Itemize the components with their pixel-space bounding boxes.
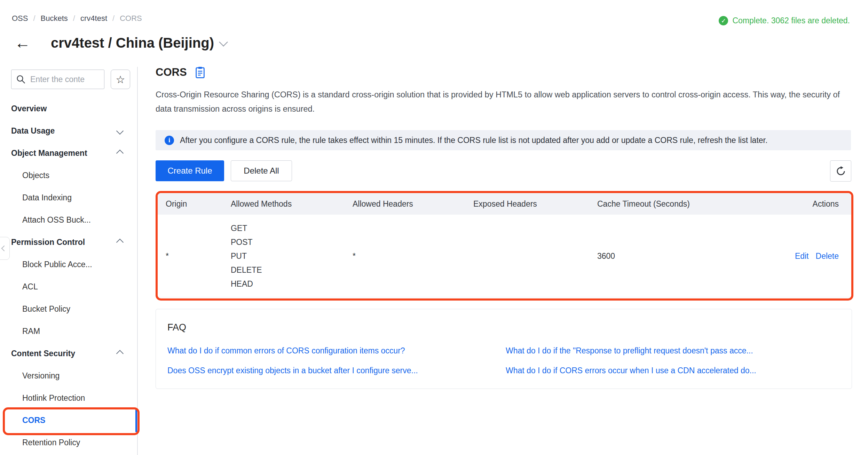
star-icon: ☆ [116, 73, 125, 86]
favorites-star-button[interactable]: ☆ [111, 70, 130, 89]
section-title-row: CORS [156, 66, 205, 79]
page-header: ← crv4test / China (Beijing) [15, 35, 227, 51]
sidebar-item-cors[interactable]: CORS [0, 409, 137, 431]
faq-link-cdn-cors-errors[interactable]: What do I do if CORS errors occur when I… [506, 366, 756, 375]
sidebar-item-ram[interactable]: RAM [0, 320, 137, 342]
col-header-allowed-methods: Allowed Methods [231, 199, 292, 209]
sidebar-item-data-indexing[interactable]: Data Indexing [0, 186, 137, 209]
region-chevron-down-icon[interactable] [219, 38, 228, 46]
sidebar-item-content-security[interactable]: Content Security [0, 342, 137, 365]
chevron-up-icon [116, 149, 124, 157]
col-header-cache-timeout: Cache Timeout (Seconds) [597, 199, 690, 209]
table-header-row: Origin Allowed Methods Allowed Headers E… [158, 193, 851, 215]
sidebar-item-attach-oss-bucket[interactable]: Attach OSS Buck... [0, 209, 137, 231]
faq-title: FAQ [167, 322, 186, 333]
sidebar-item-permission-control[interactable]: Permission Control [0, 231, 137, 253]
breadcrumb-separator: / [33, 14, 35, 23]
sidebar-item-objects[interactable]: Objects [0, 164, 137, 186]
breadcrumb-bucket-name[interactable]: crv4test [80, 14, 107, 23]
cell-allowed-methods: GET POST PUT DELETE HEAD [231, 221, 262, 291]
table-row: * GET POST PUT DELETE HEAD * 3600 Edit D… [158, 215, 851, 297]
breadcrumb-oss[interactable]: OSS [12, 14, 28, 23]
sidebar-item-data-usage[interactable]: Data Usage [0, 120, 137, 142]
sidebar-search-row: ☆ [11, 70, 130, 89]
refresh-icon [836, 166, 846, 176]
faq-link-preflight-request[interactable]: What do I do if the "Response to preflig… [506, 346, 753, 356]
success-notification: ✓ Complete. 3062 files are deleted. [719, 16, 850, 25]
sidebar-item-versioning[interactable]: Versioning [0, 365, 137, 387]
info-banner-text: After you configure a CORS rule, the rul… [180, 136, 767, 145]
chevron-up-icon [116, 238, 124, 246]
cell-allowed-headers: * [353, 251, 356, 261]
sidebar-item-block-public-access[interactable]: Block Public Acce... [0, 253, 137, 276]
col-header-actions: Actions [813, 199, 839, 209]
sidebar-item-acl[interactable]: ACL [0, 276, 137, 298]
sidebar-item-bucket-policy[interactable]: Bucket Policy [0, 298, 137, 320]
section-title: CORS [156, 66, 187, 79]
faq-card: FAQ What do I do if common errors of COR… [156, 309, 852, 389]
edit-rule-link[interactable]: Edit [795, 251, 809, 261]
page-title: crv4test / China (Beijing) [51, 35, 214, 51]
breadcrumb-separator: / [73, 14, 75, 23]
sidebar-active-indicator [135, 410, 137, 432]
delete-all-button[interactable]: Delete All [231, 160, 292, 181]
chevron-left-icon [1, 246, 7, 252]
breadcrumb-current-cors: CORS [120, 14, 142, 23]
info-icon: i [165, 136, 174, 145]
sidebar-collapse-handle[interactable] [0, 237, 10, 260]
cors-description: Cross-Origin Resource Sharing (CORS) is … [156, 88, 852, 116]
cell-cache-timeout: 3600 [597, 251, 615, 261]
cell-actions: Edit Delete [795, 251, 839, 261]
delete-rule-link[interactable]: Delete [816, 251, 839, 261]
refresh-button[interactable] [830, 160, 851, 182]
chevron-down-icon [116, 127, 124, 134]
sidebar-item-object-management[interactable]: Object Management [0, 142, 137, 164]
sidebar-divider [137, 67, 138, 455]
sidebar-item-retention-policy[interactable]: Retention Policy [0, 431, 137, 454]
col-header-allowed-headers: Allowed Headers [353, 199, 413, 209]
faq-link-oss-encrypt[interactable]: Does OSS encrypt existing objects in a b… [167, 366, 418, 375]
breadcrumb-separator: / [112, 14, 115, 23]
cell-origin: * [166, 251, 169, 261]
sidebar-search-box [11, 70, 104, 89]
breadcrumb-buckets[interactable]: Buckets [41, 14, 68, 23]
clipboard-doc-icon[interactable] [195, 66, 205, 78]
check-circle-icon: ✓ [719, 16, 728, 25]
col-header-origin: Origin [166, 199, 187, 209]
sidebar-item-overview[interactable]: Overview [0, 97, 137, 120]
notification-text: Complete. 3062 files are deleted. [732, 16, 850, 25]
oss-console-page: OSS / Buckets / crv4test / CORS ✓ Comple… [0, 0, 868, 455]
search-icon [16, 74, 26, 85]
breadcrumb: OSS / Buckets / crv4test / CORS [12, 14, 142, 23]
faq-link-cors-config-errors[interactable]: What do I do if common errors of CORS co… [167, 346, 405, 356]
info-banner: i After you configure a CORS rule, the r… [156, 130, 851, 150]
cors-rules-table: Origin Allowed Methods Allowed Headers E… [156, 191, 853, 301]
sidebar-item-hotlink-protection[interactable]: Hotlink Protection [0, 387, 137, 409]
col-header-exposed-headers: Exposed Headers [473, 199, 537, 209]
chevron-up-icon [116, 350, 124, 357]
create-rule-button[interactable]: Create Rule [156, 160, 224, 181]
back-arrow-icon[interactable]: ← [15, 35, 31, 51]
sidebar-nav: Overview Data Usage Object Management Ob… [0, 97, 137, 454]
